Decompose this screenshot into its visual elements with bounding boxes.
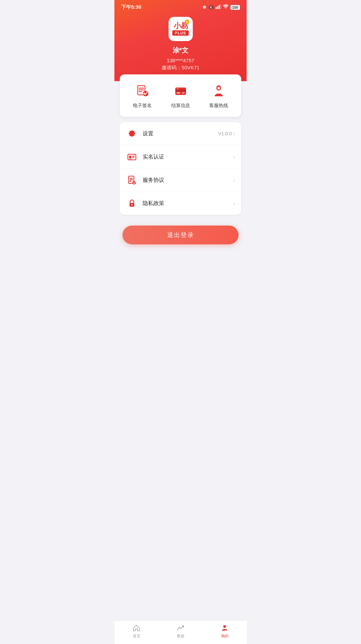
billing-info-label: 结算信息 <box>171 103 190 109</box>
logo-coin <box>185 20 189 24</box>
signal-icon <box>216 4 221 10</box>
billing-info-icon <box>172 82 189 99</box>
mute-icon: 🔇 <box>208 5 214 10</box>
user-name: 涂*文 <box>173 46 189 55</box>
privacy-policy-label: 隐私政策 <box>143 200 233 207</box>
svg-point-17 <box>129 156 132 158</box>
privacy-policy-right: › <box>233 200 235 206</box>
bluetooth-icon: ✽ <box>203 5 206 10</box>
settings-label: 设置 <box>143 130 218 137</box>
status-icons: ✽ 🔇 100 <box>203 4 240 10</box>
invite-code: 邀请码：50VK71 <box>161 65 200 71</box>
svg-point-13 <box>217 87 220 90</box>
logout-button[interactable]: 退出登录 <box>122 226 239 244</box>
service-agreement-right: › <box>233 177 235 183</box>
quick-actions-card: 电子签名 结算信息 <box>120 74 241 117</box>
service-agreement-icon <box>126 174 138 186</box>
svg-rect-9 <box>177 92 180 94</box>
real-name-icon <box>126 151 138 163</box>
svg-rect-2 <box>219 5 220 9</box>
battery-icon: 100 <box>230 5 240 10</box>
real-name-right: › <box>233 154 235 160</box>
content-spacer <box>114 252 247 320</box>
page-wrapper: 下午5:36 ✽ 🔇 100 <box>114 0 247 347</box>
quick-action-electronic-sign[interactable]: 电子签名 <box>123 82 161 109</box>
privacy-policy-chevron: › <box>233 200 235 206</box>
svg-rect-0 <box>216 7 217 9</box>
svg-rect-19 <box>132 157 134 158</box>
wifi-icon <box>223 4 228 10</box>
menu-item-privacy-policy[interactable]: 隐私政策 › <box>120 192 241 215</box>
svg-rect-11 <box>177 89 179 89</box>
settings-icon <box>126 128 138 140</box>
privacy-policy-icon <box>126 197 138 209</box>
svg-rect-24 <box>132 205 132 206</box>
real-name-label: 实名认证 <box>143 154 233 161</box>
menu-item-settings[interactable]: 设置 V1.0.0 › <box>120 122 241 145</box>
svg-rect-8 <box>175 90 186 92</box>
svg-point-21 <box>133 181 136 184</box>
status-time: 下午5:36 <box>121 4 141 10</box>
service-agreement-label: 服务协议 <box>143 177 233 184</box>
logo-container: 小易 PLUS <box>169 17 193 41</box>
menu-item-service-agreement[interactable]: 服务协议 › <box>120 169 241 192</box>
svg-rect-10 <box>182 92 185 94</box>
status-bar: 下午5:36 ✽ 🔇 100 <box>114 0 247 13</box>
quick-action-billing-info[interactable]: 结算信息 <box>161 82 200 109</box>
electronic-sign-icon <box>134 82 151 99</box>
logo-plus: PLUS <box>172 30 189 36</box>
svg-rect-18 <box>132 156 135 157</box>
svg-rect-3 <box>220 4 221 9</box>
service-agreement-chevron: › <box>233 177 235 183</box>
customer-service-icon <box>210 82 227 99</box>
logout-section: 退出登录 <box>114 215 247 252</box>
settings-chevron: › <box>233 131 235 137</box>
menu-list: 设置 V1.0.0 › 实名认证 › <box>120 122 241 215</box>
electronic-sign-label: 电子签名 <box>133 103 152 109</box>
user-phone: 138****4757 <box>167 58 194 63</box>
logo-box: 小易 PLUS <box>169 17 193 41</box>
real-name-chevron: › <box>233 154 235 160</box>
menu-item-real-name[interactable]: 实名认证 › <box>120 145 241 169</box>
settings-version: V1.0.0 › <box>218 131 235 137</box>
customer-service-label: 客服热线 <box>209 103 228 109</box>
svg-rect-1 <box>217 6 218 9</box>
quick-action-customer-service[interactable]: 客服热线 <box>200 82 238 109</box>
